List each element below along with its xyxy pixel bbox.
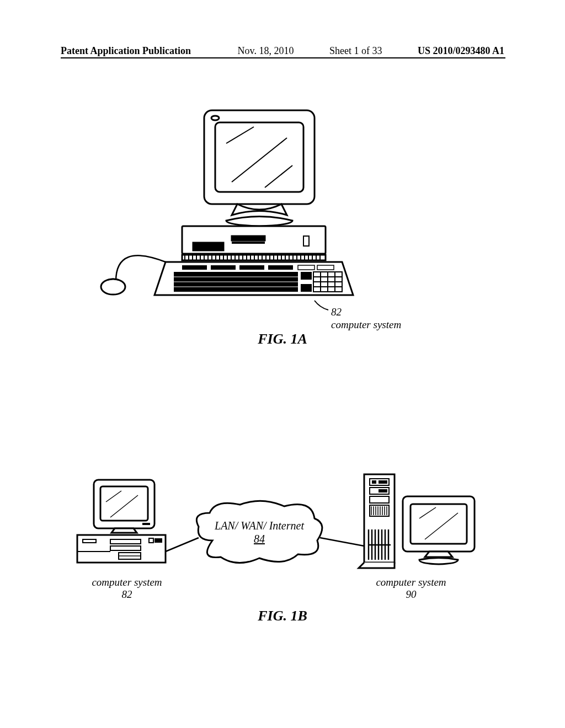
svg-point-67 xyxy=(101,279,125,295)
svg-rect-48 xyxy=(182,265,207,270)
svg-line-83 xyxy=(320,538,364,546)
monitor-icon xyxy=(204,110,315,226)
figure-1b: LAN/ WAN/ Internet 84 xyxy=(0,469,565,645)
svg-rect-49 xyxy=(211,265,236,270)
svg-rect-7 xyxy=(193,243,223,250)
fig1b-drawing: LAN/ WAN/ Internet 84 xyxy=(0,469,565,612)
header-date: Nov. 18, 2010 xyxy=(238,45,294,57)
computer-system-right-icon xyxy=(359,474,475,568)
svg-rect-89 xyxy=(379,489,387,493)
header-rule xyxy=(61,57,505,58)
fig1b-left-label: computer system 82 xyxy=(86,576,168,601)
svg-rect-0 xyxy=(204,110,315,204)
svg-line-5 xyxy=(265,165,292,188)
figure-1a: 82 computer system FIG. 1A xyxy=(0,110,565,353)
svg-line-3 xyxy=(226,127,254,143)
svg-rect-63 xyxy=(301,284,312,292)
svg-rect-62 xyxy=(301,272,312,280)
keyboard-icon xyxy=(154,262,353,295)
header-left: Patent Application Publication xyxy=(61,45,191,57)
fig1b-caption: FIG. 1B xyxy=(0,608,565,624)
header-pubno: US 2010/0293480 A1 xyxy=(418,45,504,57)
header-sheet: Sheet 1 of 33 xyxy=(329,45,382,57)
fig1a-reflabel: computer system xyxy=(331,319,401,331)
desktop-tower-icon xyxy=(182,226,326,260)
computer-system-left-icon xyxy=(77,480,166,563)
svg-point-2 xyxy=(211,116,219,120)
svg-rect-50 xyxy=(239,265,264,270)
fig1a-caption: FIG. 1A xyxy=(0,331,565,347)
cloud-label-ref: 84 xyxy=(254,533,265,545)
fig1b-right-label: computer system 90 xyxy=(367,576,455,601)
svg-rect-9 xyxy=(232,242,265,244)
network-cloud-icon xyxy=(196,501,322,563)
svg-rect-86 xyxy=(372,480,376,484)
svg-rect-51 xyxy=(268,265,293,270)
page-header: Patent Application Publication Nov. 18, … xyxy=(0,45,565,57)
svg-line-82 xyxy=(166,538,199,552)
svg-rect-72 xyxy=(142,523,150,525)
fig1a-drawing xyxy=(0,110,565,353)
svg-rect-1 xyxy=(215,122,303,192)
cloud-label-line1: LAN/ WAN/ Internet xyxy=(214,520,304,532)
fig1a-refnum: 82 xyxy=(331,306,342,318)
svg-rect-8 xyxy=(232,236,265,240)
svg-rect-87 xyxy=(379,480,387,484)
svg-line-4 xyxy=(232,138,287,182)
svg-rect-80 xyxy=(154,538,162,543)
